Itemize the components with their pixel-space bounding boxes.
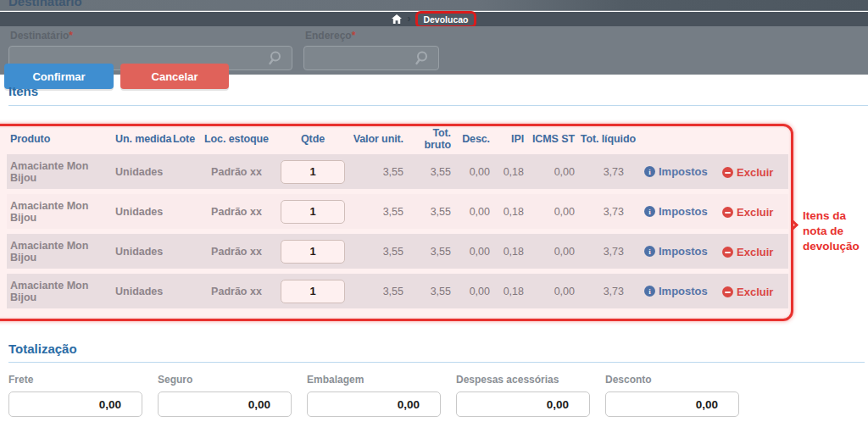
items-table: ProdutoUn. medidaLoteLoc. estoqueQtdeVal… — [7, 124, 788, 314]
cell-ipi: 0,18 — [490, 206, 524, 218]
cell-tot_liquido: 3,73 — [575, 286, 637, 297]
column-header: Loc. estoque — [200, 133, 273, 145]
cell-tot_bruto: 3,55 — [403, 246, 451, 258]
cell-loc_estoque: Padrão xx — [200, 206, 273, 218]
cell-tot_liquido: 3,73 — [575, 166, 637, 178]
annotation-pointer — [787, 219, 798, 230]
minus-icon — [722, 167, 733, 178]
dimmed-form-area: Destinatário* Endereço* Confirmar Cancel… — [0, 26, 868, 75]
cell-valor_unit: 3,55 — [353, 246, 403, 258]
table-row: Amaciante Mon BijouUnidadesPadrão xx3,55… — [7, 194, 788, 229]
total-field-label: Despesas acessórias — [456, 374, 590, 386]
total-field-label: Desconto — [605, 374, 739, 386]
breadcrumb-current-devolucao[interactable]: Devolucao — [415, 11, 476, 28]
total-field: Despesas acessórias — [456, 374, 590, 417]
excluir-link[interactable]: Excluir — [722, 206, 773, 219]
devolucao-page: Destinatário › Devolucao Destinatário* E… — [0, 0, 868, 422]
cell-icms_st: 0,00 — [524, 206, 575, 218]
totalizacao-section-title: Totalização — [8, 341, 77, 356]
cell-loc_estoque: Padrão xx — [200, 166, 273, 178]
qtde-input[interactable] — [281, 160, 345, 184]
cell-tot_bruto: 3,55 — [403, 286, 451, 297]
excluir-link[interactable]: Excluir — [722, 286, 773, 298]
cell-qtde — [273, 160, 353, 184]
column-header: Lote — [173, 133, 200, 145]
cell-tot_liquido: 3,73 — [575, 246, 637, 258]
cell-tot_bruto: 3,55 — [403, 206, 451, 218]
destinatario-field-label: Destinatário* — [10, 30, 73, 42]
column-header: Tot. líquido — [575, 133, 637, 145]
minus-icon — [722, 286, 733, 297]
breadcrumb: › Devolucao — [0, 12, 868, 26]
cancelar-button[interactable]: Cancelar — [120, 64, 229, 89]
minus-icon — [722, 247, 733, 258]
cell-icms_st: 0,00 — [524, 246, 575, 258]
cell-ipi: 0,18 — [490, 286, 524, 297]
items-table-header: ProdutoUn. medidaLoteLoc. estoqueQtdeVal… — [7, 124, 788, 154]
items-table-body: Amaciante Mon BijouUnidadesPadrão xx3,55… — [7, 154, 788, 308]
dimmed-title-strip: Destinatário — [0, 0, 868, 11]
total-field: Embalagem — [307, 374, 441, 417]
total-field-label: Frete — [8, 374, 142, 386]
totalizacao-section-rule — [8, 362, 865, 363]
table-row: Amaciante Mon BijouUnidadesPadrão xx3,55… — [7, 274, 788, 308]
cell-qtde — [273, 280, 353, 303]
cell-qtde — [273, 240, 353, 264]
excluir-link[interactable]: Excluir — [722, 246, 773, 258]
table-row: Amaciante Mon BijouUnidadesPadrão xx3,55… — [7, 234, 788, 269]
cell-un_medida: Unidades — [115, 246, 173, 258]
cell-icms_st: 0,00 — [524, 166, 575, 178]
home-icon[interactable] — [392, 14, 402, 24]
total-field-label: Embalagem — [307, 374, 441, 386]
column-header: Qtde — [273, 133, 353, 145]
annotation-label: Itens da nota de devolução — [803, 208, 860, 254]
table-row: Amaciante Mon BijouUnidadesPadrão xx3,55… — [7, 154, 788, 189]
cell-qtde — [273, 200, 353, 224]
column-header: Tot. bruto — [403, 127, 451, 151]
total-field-input[interactable] — [605, 391, 739, 417]
cell-tot_bruto: 3,55 — [403, 166, 451, 178]
cell-valor_unit: 3,55 — [353, 206, 403, 218]
qtde-input[interactable] — [281, 240, 345, 264]
excluir-link[interactable]: Excluir — [722, 166, 773, 179]
total-field-input[interactable] — [307, 391, 441, 417]
info-icon: i — [644, 206, 655, 217]
qtde-input[interactable] — [281, 280, 345, 303]
cell-produto: Amaciante Mon Bijou — [10, 280, 115, 303]
total-field-input[interactable] — [8, 391, 142, 417]
cell-desc: 0,00 — [451, 246, 490, 258]
search-icon[interactable] — [268, 50, 284, 66]
breadcrumb-separator: › — [407, 14, 410, 24]
qtde-input[interactable] — [281, 200, 345, 224]
column-header: Valor unit. — [353, 133, 403, 145]
impostos-link[interactable]: iImpostos — [644, 165, 708, 178]
search-icon[interactable] — [415, 50, 431, 66]
page-title: Destinatário — [8, 0, 82, 8]
cell-produto: Amaciante Mon Bijou — [10, 240, 115, 264]
endereco-field-label: Endereço* — [305, 30, 355, 42]
cell-loc_estoque: Padrão xx — [200, 246, 273, 258]
total-field: Desconto — [605, 374, 739, 417]
cell-produto: Amaciante Mon Bijou — [10, 160, 115, 184]
impostos-link[interactable]: iImpostos — [644, 205, 708, 218]
impostos-link[interactable]: iImpostos — [644, 245, 708, 258]
cell-produto: Amaciante Mon Bijou — [10, 200, 115, 224]
total-field: Frete — [8, 374, 142, 417]
itens-section-rule — [8, 105, 868, 106]
cell-tot_liquido: 3,73 — [575, 206, 637, 218]
itens-section-title: Itens — [8, 84, 38, 98]
column-header: Produto — [10, 133, 115, 145]
total-field-input[interactable] — [456, 391, 590, 417]
cell-desc: 0,00 — [451, 166, 490, 178]
impostos-link[interactable]: iImpostos — [644, 285, 708, 297]
cell-ipi: 0,18 — [490, 166, 524, 178]
info-icon: i — [644, 246, 655, 257]
column-header: IPI — [490, 133, 524, 145]
cell-un_medida: Unidades — [115, 206, 173, 218]
column-header: ICMS ST — [524, 133, 575, 145]
info-icon: i — [644, 286, 655, 297]
totals-fields: FreteSeguroEmbalagemDespesas acessóriasD… — [8, 374, 739, 417]
total-field-input[interactable] — [158, 391, 292, 417]
minus-icon — [722, 207, 733, 218]
cell-valor_unit: 3,55 — [353, 166, 403, 178]
